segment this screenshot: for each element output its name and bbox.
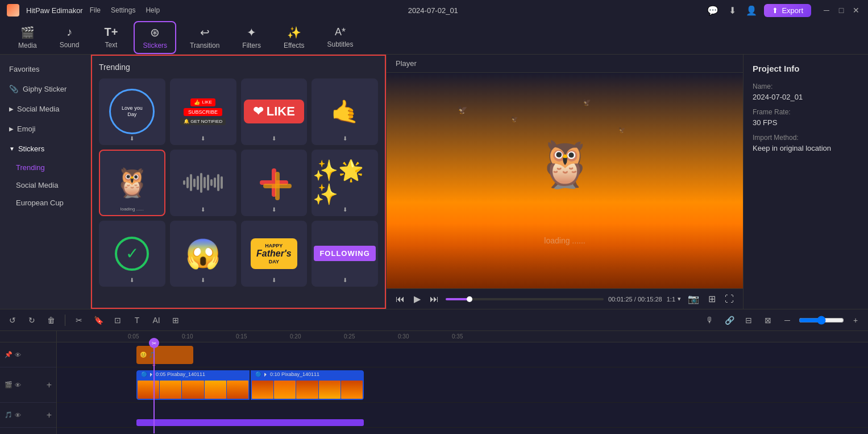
video-clip-2[interactable]: 🔵 ⏵ 0:10 Pixabay_140111 — [251, 370, 364, 400]
sidebar-item-emoji[interactable]: ▶ Emoji — [0, 119, 90, 139]
content-header: Trending — [99, 63, 378, 72]
download-icon-8: ⬇ — [343, 206, 347, 213]
download-icon[interactable]: ⬇ — [725, 3, 739, 17]
name-value: 2024-07-02_01 — [753, 93, 859, 101]
split-button[interactable]: ✂ — [71, 312, 87, 328]
progress-bar[interactable] — [446, 298, 604, 300]
captions-button[interactable]: ⊞ — [168, 312, 184, 328]
fullscreen-button[interactable]: ⛶ — [722, 293, 736, 305]
redo-button[interactable]: ↻ — [24, 312, 40, 328]
menu-help[interactable]: Help — [146, 6, 160, 14]
audio-track-icon: 🎵 — [5, 411, 13, 419]
text-icon: T+ — [104, 26, 118, 39]
sticker-subscribe[interactable]: 👍LIKE SUBSCRIBE 🔔 GET NOTIFIED ⬇ — [170, 78, 236, 145]
maximize-button[interactable]: □ — [836, 5, 846, 15]
sticker-owl[interactable]: 🦉 loading ...... — [99, 150, 165, 216]
skip-back-button[interactable]: ⏮ — [393, 293, 407, 305]
timeline-content: 📌 👁 🎬 👁 + 🎵 👁 + 0:05 0:10 0:15 0:20 — [0, 331, 868, 434]
menu-file[interactable]: File — [90, 6, 101, 14]
add-audio-button[interactable]: + — [47, 410, 52, 420]
filters-icon: ✦ — [247, 26, 256, 39]
subtitles-icon: A* — [335, 26, 346, 38]
name-label: Name: — [753, 82, 859, 90]
export-button[interactable]: ⬆ Export — [764, 4, 811, 17]
sticker-track-row: 😊 🎵 — [57, 342, 868, 367]
message-icon[interactable]: 💬 — [706, 3, 720, 17]
grid-button[interactable]: ⊞ — [706, 292, 718, 305]
minimize-button[interactable]: ─ — [821, 5, 832, 15]
video-owl: 🦉 — [537, 138, 593, 191]
menu-settings[interactable]: Settings — [111, 6, 135, 14]
zoom-slider[interactable] — [799, 316, 844, 325]
toolbar-media[interactable]: 🎬 Media — [9, 21, 46, 54]
close-button[interactable]: ✕ — [851, 5, 861, 15]
toolbar-stickers[interactable]: ⊛ Stickers — [134, 21, 176, 54]
time-display: 00:01:25 / 00:15:28 — [608, 296, 662, 303]
audio-track-row — [57, 403, 868, 428]
sticker-shocked[interactable]: 😱 ⬇ — [170, 221, 236, 287]
add-video-button[interactable]: + — [47, 380, 52, 390]
eye-icon-audio[interactable]: 👁 — [15, 412, 21, 419]
sticker-following[interactable]: FOLLOWING ⬇ — [312, 221, 378, 287]
sticker-fathers-day[interactable]: HAPPY Father's DAY ⬇ — [241, 221, 308, 287]
sticker-audio-wave[interactable]: ⬇ — [170, 150, 236, 216]
sticker-love-heart[interactable]: Love youDay ⬇ — [99, 78, 165, 145]
layout-button[interactable]: ⊟ — [741, 312, 757, 328]
eye-icon-sticker[interactable]: 👁 — [15, 352, 21, 358]
link-button[interactable]: 🔗 — [721, 312, 737, 328]
player-area: Player 🦅 🦅 🦅 🦅 🦉 loading ...... ⏮ ▶ ⏭ — [387, 55, 743, 309]
sticker-track-label: 📌 👁 — [0, 342, 56, 367]
sidebar-item-social-media-top[interactable]: ▶ Social Media — [0, 99, 90, 119]
timeline-track-area: ✂ ↓ 😊 🎵 — [57, 342, 868, 433]
undo-button[interactable]: ↺ — [5, 312, 20, 328]
minus-button[interactable]: ─ — [779, 312, 795, 328]
video-track-row: 🔵 ⏵ 0:05 Pixabay_140111 — [57, 367, 868, 403]
bookmark-button[interactable]: 🔖 — [90, 312, 106, 328]
chevron-right-icon-2: ▶ — [9, 126, 14, 132]
sidebar-item-giphy[interactable]: 📎 Giphy Sticker — [0, 79, 90, 99]
sticker-checkmark[interactable]: ✓ ⬇ — [99, 221, 165, 287]
toolbar-sound[interactable]: ♪ Sound — [51, 21, 89, 53]
sidebar-item-stickers[interactable]: ▼ Stickers — [0, 139, 90, 159]
user-icon[interactable]: 👤 — [745, 3, 758, 17]
toolbar-subtitles[interactable]: A* Subtitles — [318, 22, 362, 53]
screenshot-button[interactable]: 📷 — [686, 292, 701, 305]
sticker-finger[interactable]: 🤙 ⬇ — [312, 78, 378, 145]
mic-button[interactable]: 🎙 — [702, 312, 718, 328]
plus-button[interactable]: + — [848, 312, 863, 328]
delete-button[interactable]: 🗑 — [43, 312, 59, 328]
main-area: Favorites 📎 Giphy Sticker ▶ Social Media… — [0, 55, 868, 309]
export-arrow-icon: ⬆ — [772, 6, 778, 15]
title-bar-menu: File Settings Help — [90, 6, 160, 14]
text-overlay-button[interactable]: T — [129, 312, 145, 328]
download-icon-1: ⬇ — [130, 135, 134, 142]
layout2-button[interactable]: ⊠ — [760, 312, 776, 328]
sticker-stars[interactable]: ✨🌟✨ ⬇ — [312, 150, 378, 216]
sidebar-sub-european-cup[interactable]: European Cup — [0, 194, 90, 212]
download-icon-10: ⬇ — [201, 277, 205, 283]
player-header: Player — [387, 55, 743, 73]
toolbar-transition[interactable]: ↩ Transition — [181, 21, 229, 54]
sticker-cross[interactable]: ⬇ — [241, 150, 308, 216]
sidebar-sub-social-media[interactable]: Social Media — [0, 176, 90, 194]
sidebar-sub-trending[interactable]: Trending — [0, 159, 90, 176]
zoom-dropdown-icon[interactable]: ▾ — [678, 295, 681, 303]
toolbar-filters[interactable]: ✦ Filters — [233, 21, 270, 54]
download-icon-9: ⬇ — [130, 277, 134, 283]
toolbar-text[interactable]: T+ Text — [93, 21, 129, 53]
ai-button[interactable]: AI — [148, 312, 164, 328]
toolbar-effects[interactable]: ✨ Effects — [275, 21, 313, 54]
project-info-title: Project Info — [753, 64, 859, 73]
sticker-clip[interactable]: 😊 🎵 — [136, 346, 193, 364]
crop-button[interactable]: ⊡ — [110, 312, 126, 328]
sticker-like[interactable]: ❤LIKE ⬇ — [241, 78, 308, 145]
title-bar: HitPaw Edimakor File Settings Help 2024-… — [0, 0, 868, 20]
progress-fill — [446, 298, 470, 300]
play-button[interactable]: ▶ — [412, 292, 423, 305]
download-icon-12: ⬇ — [343, 277, 347, 283]
skip-forward-button[interactable]: ⏭ — [427, 293, 441, 305]
timeline-ruler: 0:05 0:10 0:15 0:20 0:25 0:30 0:35 — [57, 331, 868, 342]
eye-icon-video[interactable]: 👁 — [15, 382, 21, 388]
download-icon-2: ⬇ — [201, 135, 205, 142]
sidebar-item-favorites[interactable]: Favorites — [0, 59, 90, 79]
